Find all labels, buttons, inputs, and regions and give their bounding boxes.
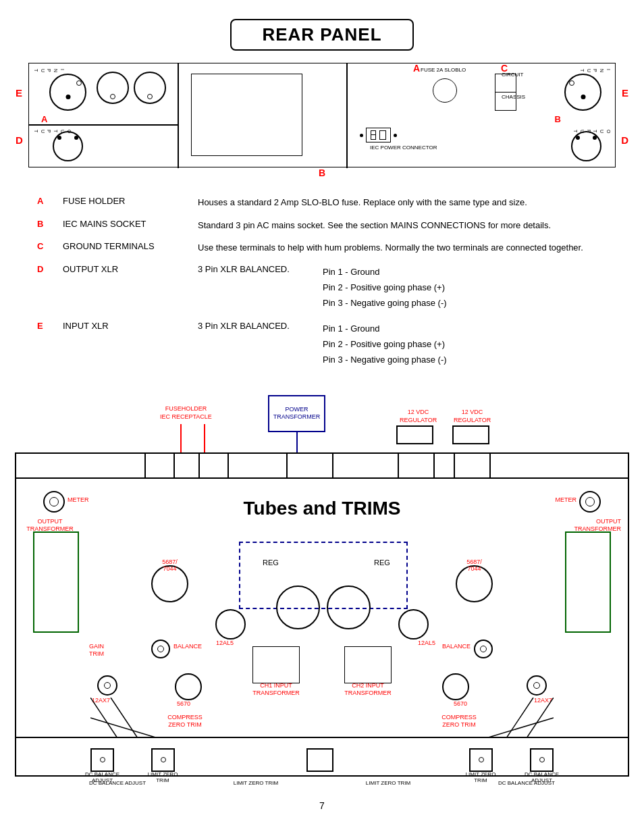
output-transformer-right-label: OUTPUTTRANSFORMER [567, 518, 621, 533]
tube-5670-left-label: 5670 [177, 700, 190, 707]
regulator-left-box [396, 425, 433, 444]
limit-zero-trim-right-label: LIMIT ZERO TRIM [366, 780, 410, 787]
reg-right-label: REG [374, 558, 390, 567]
svg-line-1 [111, 698, 138, 738]
xlr-circle-3 [134, 72, 166, 104]
desc-pin-right-d: Pin 1 - Ground Pin 2 - Positive going ph… [323, 264, 447, 311]
center-tube-right [327, 585, 371, 629]
top-box-center-left [198, 454, 229, 477]
rear-panel-diagram: E D E D INPUT A OUTPUT [28, 63, 616, 167]
tubes-main-diagram: METER METER Tubes and TRIMS OUTPUTTRANSF… [15, 452, 629, 777]
label-e-left-outer: E [16, 87, 22, 99]
bottom-trim-area: DC BALANCEADJUST LIMIT ZEROTRIM LIMIT ZE… [16, 738, 628, 775]
dashed-reg-box [239, 542, 408, 609]
limit-zero-trim-left-label: LIMIT ZERO TRIM [234, 780, 278, 787]
label-d-right-outer: D [621, 134, 628, 146]
compress-right-label: COMPRESSZERO TRIM [432, 714, 486, 729]
dc-balance-trim-left [90, 748, 114, 772]
regulator-right-box [452, 425, 489, 444]
center-tube-left [276, 585, 320, 629]
tube-12al5-right-label: 12AL5 [418, 640, 435, 646]
desc-text-c: Use these terminals to help with hum pro… [198, 241, 607, 255]
input-label-left: INPUT [32, 69, 65, 72]
compress-left-label: COMPRESSZERO TRIM [158, 714, 212, 729]
center-bottom-trim [306, 748, 333, 772]
label-d-left-outer: D [16, 134, 23, 146]
tubes-title: Tubes and TRIMS [244, 498, 401, 519]
svg-line-2 [90, 718, 158, 738]
svg-line-4 [506, 698, 533, 738]
desc-pin-left-e: 3 Pin XLR BALANCED. [198, 321, 316, 368]
output-transformer-left-label: OUTPUTTRANSFORMER [23, 518, 77, 533]
output-xlr-right [571, 131, 601, 161]
page-title-box: REAR PANEL [230, 19, 413, 51]
svg-line-3 [527, 698, 554, 738]
limit-zero-label-right: LIMIT ZEROTRIM [460, 771, 501, 783]
output-transformer-left-box [33, 531, 79, 633]
meter-left-label: METER [68, 496, 89, 503]
power-transformer-box: POWERTRANSFORMER [268, 395, 325, 432]
svg-line-5 [486, 718, 554, 738]
desc-label-d: OUTPUT XLR [63, 264, 198, 274]
pcb-trace-left [90, 698, 158, 738]
power-transformer-label: POWERTRANSFORMER [273, 406, 321, 421]
tube-12ax7-circle [97, 675, 117, 696]
iec-connector-area [360, 128, 397, 142]
regulator-right-label: 12 VDCREGULATOR [454, 409, 491, 424]
balance-left-label: BALANCE [173, 643, 202, 650]
reg-left-label: REG [263, 558, 279, 567]
desc-label-c: GROUND TERMINALS [63, 241, 198, 251]
desc-text-b: Standard 3 pin AC mains socket. See the … [198, 219, 607, 232]
limit-zero-label-left: LIMIT ZEROTRIM [142, 771, 183, 783]
tubes-section: FUSEHOLDERIEC RECEPTACLE POWERTRANSFORME… [0, 385, 644, 787]
fuse-label: FUSE 2A SLOBLO [421, 67, 466, 73]
tube-12al5-right-circle [398, 609, 429, 640]
fuseholder-label: FUSEHOLDERIEC RECEPTACLE [160, 405, 212, 421]
balance-right-label: BALANCE [442, 643, 471, 650]
tube-5670-right-label: 5670 [454, 700, 467, 707]
top-box-right-1 [398, 454, 435, 477]
input-label-right: INPUT [579, 69, 612, 72]
limit-zero-trim-left [151, 748, 175, 772]
iec-label: IEC POWER CONNECTOR [370, 145, 437, 151]
ch2-label: CH2 INPUTTRANSFORMER [338, 682, 398, 697]
page-number: 7 [0, 800, 644, 811]
desc-row-a: A FUSE HOLDER Houses a standard 2 Amp SL… [37, 196, 607, 209]
desc-row-b: B IEC MAINS SOCKET Standard 3 pin AC mai… [37, 219, 607, 232]
tube-12al5-left-label: 12AL5 [216, 640, 234, 646]
input-xlr-circle-main [49, 74, 86, 111]
input-xlr-right [564, 74, 601, 111]
ch2-input-transformer [344, 646, 392, 683]
ground-terminal-box [495, 74, 516, 111]
tube-12ax7-right-circle [527, 675, 547, 696]
desc-letter-a: A [37, 196, 63, 206]
label-a-left: A [41, 114, 47, 124]
desc-row-c: C GROUND TERMINALS Use these terminals t… [37, 241, 607, 255]
descriptions-section: A FUSE HOLDER Houses a standard 2 Amp SL… [0, 196, 644, 368]
output-xlr-left [53, 131, 83, 161]
desc-label-b: IEC MAINS SOCKET [63, 219, 198, 229]
top-box-right-2 [454, 454, 491, 477]
dc-balance-label-left: DC BALANCEADJUST [80, 771, 124, 783]
ch1-input-transformer [252, 646, 300, 683]
balance-left-pot [151, 640, 170, 658]
desc-pin-right-e: Pin 1 - Ground Pin 2 - Positive going ph… [323, 321, 447, 368]
desc-row-e: E INPUT XLR 3 Pin XLR BALANCED. Pin 1 - … [37, 321, 607, 368]
ch1-label: CH1 INPUTTRANSFORMER [246, 682, 306, 697]
meter-right-label: METER [556, 496, 577, 503]
desc-letter-d: D [37, 264, 63, 274]
dc-balance-trim-right [530, 748, 554, 772]
page-title: REAR PANEL [262, 24, 381, 45]
tube-12al5-left-circle [215, 609, 246, 640]
desc-row-d: D OUTPUT XLR 3 Pin XLR BALANCED. Pin 1 -… [37, 264, 607, 311]
desc-letter-b: B [37, 219, 63, 229]
desc-letter-e: E [37, 321, 63, 331]
xlr-circle-2 [97, 72, 129, 104]
desc-label-e: INPUT XLR [63, 321, 198, 331]
desc-text-a: Houses a standard 2 Amp SLO-BLO fuse. Re… [198, 196, 607, 209]
desc-label-a: FUSE HOLDER [63, 196, 198, 206]
pcb-trace-right [486, 698, 554, 738]
tube-5670-left-circle [175, 673, 202, 700]
regulator-left-label: 12 VDCREGULATOR [400, 409, 437, 424]
gain-trim-label: GAINTRIM [89, 643, 104, 658]
